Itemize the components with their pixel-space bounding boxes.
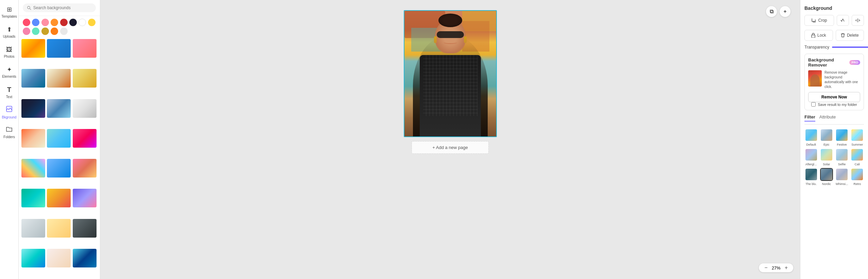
bg-thumbnail[interactable] [47, 39, 71, 58]
bg-thumbnail[interactable] [73, 219, 97, 238]
flip-button[interactable] [852, 15, 864, 26]
transparency-label: Transparency [804, 45, 829, 50]
search-icon [27, 5, 31, 10]
color-swatch[interactable] [60, 19, 68, 26]
tab-filter[interactable]: Filter [804, 114, 815, 122]
color-swatch[interactable] [41, 19, 49, 26]
filter-thumb-the-blu [805, 168, 818, 181]
bg-thumbnail[interactable] [21, 99, 45, 118]
bg-thumbnail[interactable] [21, 219, 45, 238]
filter-epic[interactable]: Epic [820, 129, 833, 146]
sidebar-item-elements[interactable]: ✦ Elements [1, 63, 18, 81]
bg-thumbnail[interactable] [73, 69, 97, 88]
search-input[interactable] [33, 5, 92, 10]
filter-afterglow[interactable]: Aftergl... [804, 148, 818, 166]
filter-retro[interactable]: Retro [851, 168, 864, 186]
crop-button[interactable]: Crop [804, 15, 834, 26]
filter-label-summer: Summer [851, 143, 863, 146]
bg-thumbnail[interactable] [73, 159, 97, 178]
background-panel [19, 0, 100, 279]
bg-thumbnail[interactable] [47, 99, 71, 118]
save-result-row: Save result to my folder [808, 102, 860, 107]
color-swatch[interactable] [41, 27, 49, 35]
transparency-slider[interactable] [832, 46, 868, 48]
color-swatch[interactable] [23, 27, 30, 35]
filter-cali[interactable]: Cali [851, 148, 864, 166]
send-back-icon [840, 18, 845, 23]
bg-thumbnail[interactable] [21, 69, 45, 88]
bg-thumbnail[interactable] [73, 129, 97, 148]
search-box[interactable] [23, 3, 96, 12]
filter-thumb-afterglow [805, 148, 818, 161]
sidebar-item-uploads[interactable]: ⬆ Uploads [1, 23, 18, 41]
left-sidebar: ⊞ Templates ⬆ Uploads 🖼 Photos ✦ Element… [0, 0, 19, 279]
filter-default[interactable]: Default [804, 129, 818, 146]
filter-whimsi[interactable]: Whimsi... [835, 168, 849, 186]
tab-attribute[interactable]: Attribute [819, 114, 836, 122]
bg-thumbnail[interactable] [21, 249, 45, 267]
crop-row: Crop [804, 15, 864, 26]
bg-thumbnail[interactable] [47, 219, 71, 238]
filter-festive[interactable]: Festive [835, 129, 849, 146]
bg-remover-thumbnail [808, 70, 822, 87]
filter-thumb-summer [851, 129, 864, 142]
search-area [19, 0, 100, 16]
save-result-checkbox[interactable] [811, 102, 816, 107]
color-swatch[interactable] [88, 19, 96, 26]
bg-thumbnail[interactable] [73, 99, 97, 118]
bg-thumbnail[interactable] [47, 159, 71, 178]
color-swatch[interactable] [79, 19, 86, 26]
svg-point-1 [28, 6, 30, 8]
filter-thumb-retro [851, 168, 864, 181]
bg-thumbnail[interactable] [21, 159, 45, 178]
sidebar-item-templates[interactable]: ⊞ Templates [1, 3, 18, 21]
color-swatch[interactable] [32, 27, 39, 35]
color-swatch[interactable] [51, 19, 58, 26]
add-page-button[interactable]: + Add a new page [412, 141, 488, 154]
bg-thumbnail[interactable] [21, 39, 45, 58]
filter-summer[interactable]: Summer [851, 129, 864, 146]
color-swatch[interactable] [23, 19, 30, 26]
folders-icon [6, 126, 13, 134]
filter-thumb-selfie [835, 148, 848, 161]
canvas-page[interactable] [404, 10, 497, 137]
duplicate-button[interactable]: ⧉ [766, 6, 777, 17]
filter-the-blu[interactable]: The blu. [804, 168, 818, 186]
sidebar-item-background[interactable]: Bkground [1, 103, 18, 122]
lock-button[interactable]: Lock [804, 30, 833, 41]
color-swatch[interactable] [60, 27, 68, 35]
zoom-out-button[interactable]: − [763, 265, 769, 271]
filter-thumb-whimsi [835, 168, 848, 181]
bg-thumbnail[interactable] [47, 69, 71, 88]
bg-thumbnail[interactable] [21, 189, 45, 207]
background-icon [6, 106, 13, 114]
sidebar-item-label: Text [6, 95, 12, 99]
bg-thumbnail[interactable] [73, 249, 97, 267]
filter-thumb-solar [820, 148, 833, 161]
filter-solar[interactable]: Solar [820, 148, 833, 166]
save-result-label: Save result to my folder [818, 103, 857, 107]
bg-thumbnail[interactable] [21, 129, 45, 148]
bg-thumbnail[interactable] [47, 129, 71, 148]
bg-thumbnail[interactable] [73, 189, 97, 207]
filter-nordic[interactable]: Nordic [820, 168, 833, 186]
remove-now-button[interactable]: Remove Now [808, 92, 860, 102]
bg-thumbnail[interactable] [47, 249, 71, 267]
right-panel: Background Crop Lock Delete Transparency… [800, 0, 868, 279]
send-back-button[interactable] [837, 15, 849, 26]
zoom-controls: − 27% + [759, 263, 793, 272]
color-swatch[interactable] [69, 19, 77, 26]
delete-button[interactable]: Delete [836, 30, 864, 41]
panel-title: Background [804, 5, 864, 11]
color-swatch[interactable] [51, 27, 58, 35]
sidebar-item-photos[interactable]: 🖼 Photos [1, 43, 18, 61]
zoom-in-button[interactable]: + [783, 265, 789, 271]
add-button[interactable]: + [780, 6, 791, 17]
bg-thumbnail[interactable] [73, 39, 97, 58]
sidebar-item-folders[interactable]: Folders [1, 123, 18, 142]
color-swatch[interactable] [32, 19, 39, 26]
sidebar-item-label: Elements [2, 75, 16, 78]
bg-thumbnail[interactable] [47, 189, 71, 207]
filter-selfie[interactable]: Selfie [835, 148, 849, 166]
sidebar-item-text[interactable]: T Text [1, 83, 18, 101]
